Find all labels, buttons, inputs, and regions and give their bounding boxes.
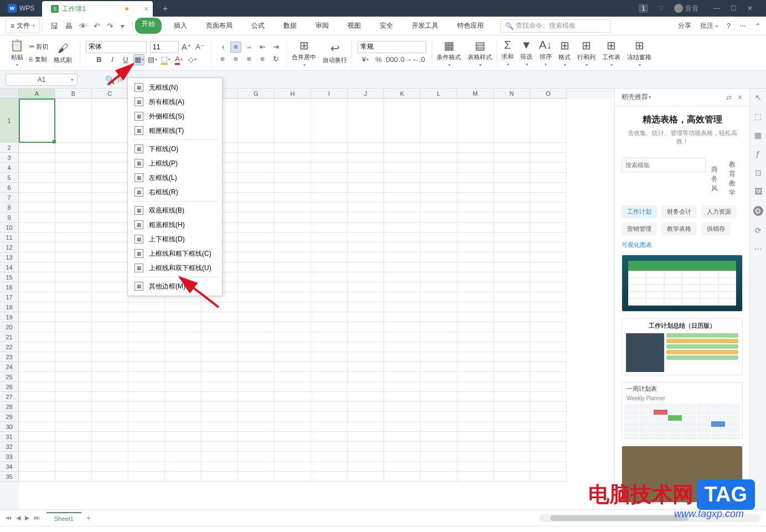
zoom-icon[interactable]: 🔍: [105, 75, 115, 84]
font-grow-icon[interactable]: A⁺: [181, 42, 192, 53]
col-header[interactable]: J: [348, 89, 384, 99]
sum-button[interactable]: Σ求和▾: [499, 39, 516, 67]
bold-icon[interactable]: B: [94, 54, 105, 65]
align-bottom-icon[interactable]: ⫠: [244, 42, 255, 53]
sheet-last-icon[interactable]: ⏭: [34, 514, 40, 521]
tab-devtools[interactable]: 开发工具: [405, 18, 445, 34]
underline-icon[interactable]: U: [120, 54, 131, 65]
tag-finance[interactable]: 财务会计: [661, 205, 697, 218]
tag-workplan[interactable]: 工作计划: [622, 205, 657, 218]
row-header[interactable]: 6: [0, 183, 19, 193]
row-header[interactable]: 8: [0, 203, 19, 213]
horizontal-scrollbar[interactable]: [539, 514, 760, 522]
template-search-input[interactable]: [622, 158, 706, 172]
row-header[interactable]: 23: [0, 352, 19, 362]
table-style-button[interactable]: ▤表格样式▾: [465, 39, 494, 68]
collapse-ribbon-icon[interactable]: ⌃: [755, 22, 760, 30]
border-menu-item[interactable]: ▦其他边框(M)...: [128, 279, 222, 293]
border-menu-item[interactable]: ▦粗底框线(H): [128, 218, 222, 232]
percent-icon[interactable]: %: [373, 54, 384, 65]
dec-decimal-icon[interactable]: ←.0: [413, 54, 424, 65]
gift-icon[interactable]: ♡: [658, 4, 664, 12]
screenshot-tool-icon[interactable]: ⊡: [755, 168, 762, 177]
rowcol-button[interactable]: ⊞行和列▾: [575, 39, 598, 68]
align-left-icon[interactable]: ≡: [217, 54, 228, 65]
merge-button[interactable]: ⊞合并居中▾: [289, 39, 318, 68]
cursor-tool-icon[interactable]: ↖: [755, 93, 762, 102]
border-menu-item[interactable]: ▦粗匣框线(T): [128, 123, 222, 138]
align-middle-icon[interactable]: ≡: [230, 42, 241, 53]
charts-link[interactable]: 可视化图表: [615, 241, 749, 255]
border-menu-item[interactable]: ▦外侧框线(S): [128, 109, 222, 123]
font-size-select[interactable]: [150, 41, 179, 53]
align-right-icon[interactable]: ≡: [244, 54, 255, 65]
row-header[interactable]: 1: [0, 99, 19, 143]
fill-color-icon[interactable]: ⬚▾: [160, 54, 171, 65]
row-header[interactable]: 14: [0, 262, 19, 272]
row-header[interactable]: 32: [0, 442, 19, 452]
sheet-prev-icon[interactable]: ◀: [16, 514, 20, 521]
row-header[interactable]: 13: [0, 252, 19, 262]
template-item-4[interactable]: [622, 446, 743, 503]
wrap-button[interactable]: ↩自动换行: [320, 42, 349, 64]
tab-pagelayout[interactable]: 页面布局: [199, 18, 239, 34]
indent-inc-icon[interactable]: ⇥: [270, 42, 281, 53]
col-header[interactable]: N: [494, 89, 530, 99]
row-header[interactable]: 16: [0, 282, 19, 292]
row-header[interactable]: 24: [0, 362, 19, 372]
fill-pattern-icon[interactable]: ▨▾: [147, 54, 158, 65]
border-menu-item[interactable]: ▦上下框线(D): [128, 232, 222, 246]
row-header[interactable]: 7: [0, 193, 19, 203]
select-all-corner[interactable]: [0, 89, 19, 99]
row-header[interactable]: 9: [0, 213, 19, 223]
user-avatar[interactable]: 音音: [674, 4, 698, 13]
cut-button[interactable]: ✂ 剪切: [28, 42, 49, 52]
panel-settings-icon[interactable]: ⇄: [726, 94, 732, 101]
share-button[interactable]: 分享: [678, 21, 691, 30]
undo-icon[interactable]: ↶: [94, 22, 100, 30]
history-tool-icon[interactable]: ⟳: [755, 226, 762, 235]
name-box[interactable]: A1: [6, 74, 77, 86]
tab-home[interactable]: 开始: [135, 18, 162, 34]
file-menu[interactable]: ≡ 文件 ▾: [6, 18, 40, 33]
col-header[interactable]: B: [55, 89, 92, 99]
row-header[interactable]: 17: [0, 292, 19, 302]
col-header[interactable]: O: [530, 89, 567, 99]
col-header[interactable]: C: [92, 89, 128, 99]
col-header[interactable]: K: [384, 89, 421, 99]
col-header[interactable]: I: [311, 89, 348, 99]
tab-review[interactable]: 审阅: [309, 18, 335, 34]
border-menu-item[interactable]: ▦右框线(R): [128, 185, 222, 199]
formula-tool-icon[interactable]: ƒ: [756, 149, 760, 158]
border-menu-item[interactable]: ▦上框线和双下框线(U): [128, 261, 222, 275]
copy-button[interactable]: ⎘ 复制: [28, 54, 49, 65]
tab-security[interactable]: 安全: [373, 18, 400, 34]
add-sheet-button[interactable]: ＋: [85, 513, 92, 523]
row-header[interactable]: 20: [0, 322, 19, 332]
close-tab-icon[interactable]: ×: [144, 4, 148, 13]
row-header[interactable]: 26: [0, 382, 19, 392]
row-header[interactable]: 4: [0, 163, 19, 173]
indent-dec-icon[interactable]: ⇤: [257, 42, 268, 53]
font-color-icon[interactable]: A▾: [173, 54, 184, 65]
row-header[interactable]: 21: [0, 332, 19, 342]
sheet-tab-active[interactable]: Sheet1: [46, 512, 81, 524]
filter-button[interactable]: ▼筛选▾: [518, 39, 535, 67]
row-header[interactable]: 22: [0, 342, 19, 352]
row-header[interactable]: 30: [0, 422, 19, 432]
border-icon[interactable]: ▦▾: [133, 54, 144, 65]
doc-tab-active[interactable]: S 工作簿1 ×: [42, 1, 153, 17]
pill-edu[interactable]: 教育教学: [723, 158, 743, 200]
freeze-button[interactable]: ⊞冻结窗格▾: [625, 39, 654, 68]
comment-button[interactable]: 批注 ▾: [700, 21, 718, 30]
tab-insert[interactable]: 插入: [167, 18, 194, 34]
tag-teaching[interactable]: 教学表格: [661, 223, 697, 235]
conditional-format-button[interactable]: ▦条件格式▾: [434, 39, 463, 68]
row-header[interactable]: 27: [0, 392, 19, 402]
col-header[interactable]: M: [457, 89, 494, 99]
image-tool-icon[interactable]: 🖼: [754, 187, 762, 196]
row-header[interactable]: 10: [0, 223, 19, 233]
orientation-icon[interactable]: ↻: [270, 54, 281, 65]
template-item-2[interactable]: 工作计划总结（日历版）: [622, 318, 743, 375]
help-icon[interactable]: ?: [727, 22, 731, 30]
